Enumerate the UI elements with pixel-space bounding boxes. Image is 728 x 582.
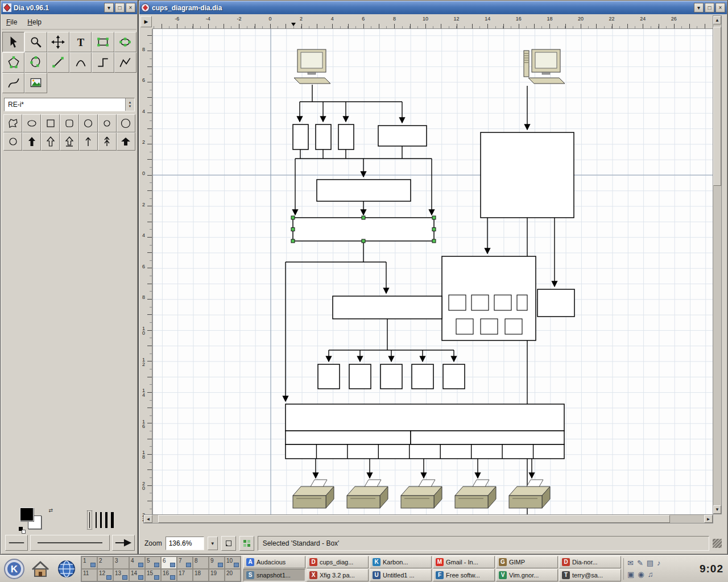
task-button-vim-gnor[interactable]: VVim.gnor... — [496, 569, 558, 581]
tool-line-button[interactable] — [47, 52, 69, 73]
tray-icon[interactable]: ♫ — [648, 570, 653, 579]
v-scrollbar[interactable]: ▲ ▼ — [713, 15, 722, 514]
pager-desktop-10[interactable]: 10 — [225, 556, 241, 569]
tool-image-button[interactable] — [24, 73, 47, 93]
menu-help[interactable]: Help — [27, 18, 42, 26]
scroll-right-icon[interactable]: ► — [704, 515, 713, 523]
pager-desktop-19[interactable]: 19 — [209, 569, 225, 581]
pager-desktop-20[interactable]: 20 — [225, 569, 241, 581]
h-scrollbar-thumb[interactable] — [158, 515, 670, 523]
pager-desktop-4[interactable]: 4 — [129, 556, 145, 569]
canvas[interactable]: printers: PostScript, PCL, HP/GL, ESC/P,… — [152, 29, 713, 514]
pager-desktop-2[interactable]: 2 — [97, 556, 113, 569]
pager-desktop-18[interactable]: 18 — [193, 569, 209, 581]
shape-ellipse-button[interactable] — [22, 114, 41, 132]
scroll-down-icon[interactable]: ▼ — [713, 505, 721, 514]
shape-circle-large-button[interactable] — [117, 114, 135, 132]
shape-rounded-square-button[interactable] — [60, 114, 78, 132]
shape-circle-button[interactable] — [79, 114, 98, 132]
pager-desktop-6[interactable]: 6 — [161, 556, 177, 569]
task-button-snapshot1[interactable]: Ssnapshot1... — [243, 569, 305, 581]
zoom-input[interactable]: 136.6% — [166, 537, 204, 550]
tray-icon[interactable]: ◉ — [638, 570, 644, 579]
pager-desktop-3[interactable]: 3 — [113, 556, 129, 569]
color-selector[interactable]: ⇄ — [19, 508, 54, 534]
pager-desktop-16[interactable]: 16 — [161, 569, 177, 581]
task-button-gmail-in[interactable]: MGmail - In... — [433, 556, 495, 568]
home-button[interactable] — [28, 556, 52, 581]
sheet-selector[interactable]: RE-i* ▲▼ — [4, 98, 135, 111]
canvas-menu-button[interactable]: ▶ — [140, 16, 152, 27]
pager-desktop-15[interactable]: 15 — [145, 569, 161, 581]
swap-colors-icon[interactable]: ⇄ — [48, 508, 53, 513]
tool-magnify-button[interactable] — [24, 32, 47, 52]
tool-zigzagline-button[interactable] — [92, 52, 114, 73]
tool-modify-button[interactable] — [2, 32, 24, 52]
tool-arc-button[interactable] — [69, 52, 92, 73]
line-width-option[interactable] — [105, 512, 107, 528]
pager-desktop-5[interactable]: 5 — [145, 556, 161, 569]
foreground-color-swatch[interactable] — [20, 508, 34, 521]
task-button-karbon[interactable]: KKarbon... — [370, 556, 432, 568]
tray-icon[interactable]: ♪ — [657, 559, 661, 568]
task-button-audacious[interactable]: AAudacious — [243, 556, 305, 568]
task-button-gimp[interactable]: GGIMP — [496, 556, 558, 568]
menu-file[interactable]: File — [6, 18, 17, 26]
pager-desktop-7[interactable]: 7 — [177, 556, 193, 569]
pager-desktop-8[interactable]: 8 — [193, 556, 209, 569]
maximize-icon[interactable]: □ — [705, 3, 714, 13]
tool-scroll-button[interactable] — [47, 32, 69, 52]
tray-icon[interactable]: ✎ — [637, 559, 643, 568]
line-style-selector[interactable] — [30, 535, 110, 551]
pager-desktop-9[interactable]: 9 — [209, 556, 225, 569]
toolbox-titlebar[interactable]: Dia v0.96.1 ▾ □ × — [1, 1, 137, 14]
shape-arrow-up-wide-button[interactable] — [117, 132, 135, 151]
close-icon[interactable]: × — [715, 3, 725, 13]
line-width-option[interactable] — [100, 512, 102, 528]
shape-arrow-up-base-button[interactable] — [60, 132, 78, 151]
task-button-xfig-3-2-pa[interactable]: XXfig 3.2 pa... — [307, 569, 369, 581]
scroll-left-icon[interactable]: ◄ — [144, 515, 152, 523]
zoom-dropdown-icon[interactable]: ▼ — [208, 537, 218, 550]
shape-square-button[interactable] — [41, 114, 60, 132]
end-arrow-selector[interactable] — [112, 535, 135, 551]
pager-desktop-13[interactable]: 13 — [113, 569, 129, 581]
k-menu-button[interactable]: K — [2, 556, 26, 581]
h-scrollbar[interactable]: ◄ ► — [143, 514, 713, 523]
default-colors-icon[interactable] — [19, 527, 26, 534]
tool-ellipse-button[interactable] — [114, 32, 136, 52]
shape-freeform-button[interactable] — [3, 114, 22, 132]
grid-visibility-toggle[interactable] — [239, 536, 254, 551]
tray-icon[interactable]: ▣ — [627, 570, 634, 579]
line-width-option[interactable] — [96, 512, 97, 528]
shade-icon[interactable]: ▾ — [694, 3, 704, 13]
task-button-dia-nor[interactable]: DDia-nor... — [559, 556, 621, 568]
tool-polygon-button[interactable] — [2, 52, 24, 73]
shape-circle2-button[interactable] — [3, 132, 22, 151]
maximize-icon[interactable]: □ — [115, 3, 125, 13]
pager-desktop-1[interactable]: 1 — [81, 556, 97, 569]
pager-desktop-14[interactable]: 14 — [129, 569, 145, 581]
shape-arrow-up-double-button[interactable] — [98, 132, 117, 151]
pager-desktop-12[interactable]: 12 — [97, 569, 113, 581]
canvas-titlebar[interactable]: cups_diagram-dia.dia ▾ □ × — [139, 1, 727, 14]
line-width-option[interactable] — [111, 512, 114, 528]
tool-bezierline-button[interactable] — [2, 73, 24, 93]
pager-desktop-17[interactable]: 17 — [177, 569, 193, 581]
resize-grip[interactable] — [713, 539, 722, 548]
tray-icon[interactable]: ▤ — [647, 559, 653, 568]
task-button-terry-sa[interactable]: Tterry@sa... — [559, 569, 621, 581]
line-width-selected[interactable] — [87, 510, 92, 530]
tool-polyline-button[interactable] — [114, 52, 136, 73]
task-button-cups-diag[interactable]: Dcups_diag... — [307, 556, 369, 568]
close-icon[interactable]: × — [126, 3, 135, 13]
shape-circle-small-button[interactable] — [98, 114, 117, 132]
begin-arrow-selector[interactable] — [5, 535, 28, 551]
task-button-untitled1[interactable]: UUntitled1 ... — [370, 569, 432, 581]
shape-arrow-up-thin-button[interactable] — [79, 132, 98, 151]
shade-icon[interactable]: ▾ — [104, 3, 114, 13]
pager-desktop-11[interactable]: 11 — [81, 569, 97, 581]
tray-icon[interactable]: ✉ — [627, 559, 634, 568]
task-button-free-softw[interactable]: FFree softw... — [433, 569, 495, 581]
shape-arrow-up-filled-button[interactable] — [22, 132, 41, 151]
